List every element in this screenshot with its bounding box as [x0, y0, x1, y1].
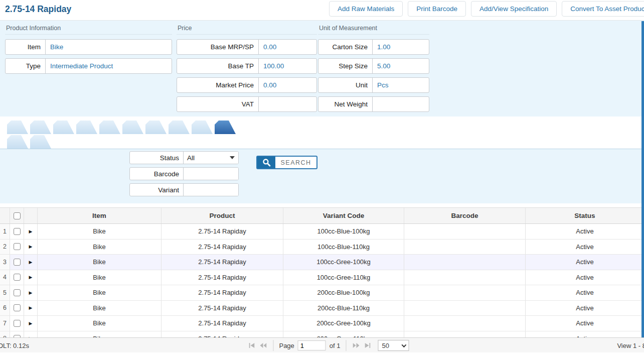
field-value[interactable]: 0.00 [259, 78, 316, 92]
row-number: 2 [0, 240, 10, 255]
page-label: Page [279, 342, 294, 349]
row-expand-cell: ▶ [24, 255, 38, 270]
price-fields: Base MRP/SP 0.00 Base TP 100.00 Market P… [177, 39, 317, 112]
table-row: 3 ▶ Bike 2.75-14 Rapiday 100cc-Gree-100k… [0, 255, 644, 270]
row-checkbox[interactable] [14, 228, 21, 235]
cell-variant-code: 200cc-Blue-100kg [283, 285, 404, 300]
product-info-field: Type Intermediate Product [5, 58, 172, 74]
table-header-row: Item Product Variant Code Barcode Status [0, 208, 644, 224]
tab[interactable] [30, 121, 51, 134]
tab[interactable] [7, 121, 28, 134]
uom-fields: Carton Size 1.00 Step Size 5.00 Unit Pcs… [318, 39, 429, 112]
field-label: Step Size [318, 59, 373, 73]
price-field: Market Price 0.00 [177, 77, 317, 93]
field-value[interactable] [373, 97, 429, 111]
tab[interactable] [122, 121, 143, 134]
column-header-barcode[interactable]: Barcode [404, 208, 526, 223]
header-action-button[interactable]: Convert To Asset Product [562, 1, 644, 17]
page-number-input[interactable] [298, 340, 326, 350]
header-action-buttons: Add Raw MaterialsPrint BarcodeAdd/View S… [329, 1, 644, 17]
expand-arrow-icon[interactable]: ▶ [29, 229, 33, 234]
tab[interactable] [215, 121, 236, 134]
row-checkbox[interactable] [14, 304, 21, 311]
expand-arrow-icon[interactable]: ▶ [29, 275, 33, 280]
tab[interactable] [53, 121, 74, 134]
header-action-button[interactable]: Add Raw Materials [329, 1, 403, 17]
cell-variant-code: 100cc-Blue-100kg [283, 224, 404, 239]
tab-row-1 [7, 121, 644, 134]
cell-status: Active [526, 331, 644, 338]
page-size-select[interactable]: 50 [378, 340, 409, 351]
column-header-status[interactable]: Status [526, 208, 644, 223]
expand-arrow-icon[interactable]: ▶ [29, 260, 33, 265]
variant-input[interactable] [184, 184, 238, 196]
section-title-uom: Unit of Measurement [318, 24, 429, 35]
cell-status: Active [526, 316, 644, 331]
price-field: Base TP 100.00 [177, 58, 317, 74]
table-row: 5 ▶ Bike 2.75-14 Rapiday 200cc-Blue-100k… [0, 285, 644, 301]
column-header-item[interactable]: Item [38, 208, 162, 223]
header-action-button[interactable]: Add/View Specification [471, 1, 557, 17]
uom-field: Carton Size 1.00 [318, 39, 429, 55]
row-checkbox[interactable] [14, 320, 21, 327]
column-header-variant-code[interactable]: Variant Code [283, 208, 404, 223]
page-size-value: 50 [382, 342, 389, 349]
tab[interactable] [7, 135, 28, 149]
cell-variant-code: 200cc-Blue-110kg [283, 301, 404, 316]
expand-arrow-icon[interactable]: ▶ [29, 321, 33, 326]
cell-barcode [404, 224, 526, 239]
pagination: Page of 1 50 [248, 338, 409, 353]
field-label: Type [6, 59, 46, 73]
row-number: 4 [0, 270, 10, 285]
pager-divider [346, 340, 347, 351]
cell-status: Active [526, 301, 644, 316]
search-icon [257, 157, 275, 168]
search-button[interactable]: SEARCH [256, 156, 317, 169]
section-title-price: Price [177, 24, 317, 35]
field-value[interactable]: 1.00 [373, 40, 429, 54]
tab[interactable] [99, 121, 120, 134]
row-checkbox[interactable] [14, 274, 21, 281]
tab[interactable] [192, 121, 213, 134]
cell-product: 2.75-14 Rapiday [162, 270, 283, 285]
field-value[interactable]: Pcs [373, 78, 429, 92]
cell-barcode [404, 301, 526, 316]
row-number: 7 [0, 316, 10, 331]
tab[interactable] [30, 135, 51, 149]
tab[interactable] [145, 121, 167, 134]
tab-row-2 [7, 135, 644, 149]
row-checkbox[interactable] [14, 289, 21, 296]
expand-arrow-icon[interactable]: ▶ [29, 244, 33, 249]
uom-field: Net Weight [318, 96, 429, 112]
cell-product: 2.75-14 Rapiday [162, 224, 283, 239]
header-action-button[interactable]: Print Barcode [408, 1, 466, 17]
section-title-product-information: Product Information [5, 24, 172, 35]
row-number: 1 [0, 224, 10, 239]
field-value[interactable]: 100.00 [259, 59, 316, 73]
uom-field: Step Size 5.00 [318, 58, 429, 74]
field-value[interactable]: 5.00 [373, 59, 429, 73]
expand-arrow-icon[interactable]: ▶ [29, 305, 33, 310]
page-title: 2.75-14 Rapiday [5, 4, 71, 15]
cell-product: 2.75-14 Rapiday [162, 301, 283, 316]
tab[interactable] [169, 121, 190, 134]
cell-item: Bike [38, 285, 162, 300]
field-value[interactable]: Bike [46, 40, 172, 54]
field-value[interactable]: Intermediate Product [46, 59, 172, 73]
tab[interactable] [76, 121, 97, 134]
column-header-product[interactable]: Product [162, 208, 283, 223]
status-dropdown[interactable]: All [184, 152, 238, 164]
prev-page-icon[interactable] [259, 343, 267, 348]
price-section: Price Base MRP/SP 0.00 Base TP 100.00 Ma… [177, 24, 317, 115]
field-value[interactable]: 0.00 [259, 40, 316, 54]
select-all-checkbox[interactable] [14, 212, 21, 219]
row-checkbox-cell [10, 270, 24, 285]
expand-arrow-icon[interactable]: ▶ [29, 290, 33, 295]
field-value[interactable] [259, 97, 316, 111]
barcode-input[interactable] [184, 168, 238, 180]
first-page-icon[interactable] [248, 343, 255, 348]
row-checkbox[interactable] [14, 259, 21, 266]
row-checkbox[interactable] [14, 243, 21, 250]
next-page-icon[interactable] [352, 343, 361, 348]
last-page-icon[interactable] [364, 343, 372, 348]
